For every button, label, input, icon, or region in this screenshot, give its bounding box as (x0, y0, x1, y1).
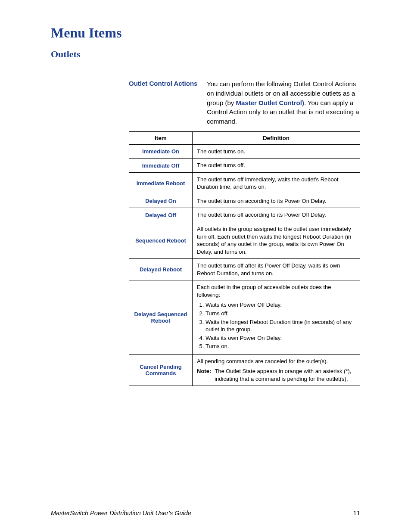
item-cell[interactable]: Sequenced Reboot (129, 222, 193, 259)
definition-text: All pending commands are canceled for th… (197, 358, 355, 365)
item-cell[interactable]: Delayed Off (129, 208, 193, 222)
list-item: Waits the longest Reboot Duration time (… (206, 318, 355, 333)
definition-text: All outlets in the group assigned to the… (197, 225, 355, 255)
master-outlet-control-link[interactable]: Master Outlet Control) (236, 99, 304, 106)
definition-list: Waits its own Power Off Delay.Turns off.… (197, 301, 355, 350)
definition-text: The outlet turns off. (197, 162, 355, 169)
definition-cell: All pending commands are canceled for th… (193, 354, 360, 386)
table-row: Delayed RebootThe outlet turns off after… (129, 259, 360, 280)
definition-text: The outlet turns on. (197, 148, 355, 156)
definition-cell: The outlet turns off. (193, 159, 360, 173)
definition-cell: The outlet turns off after its Power Off… (193, 259, 360, 280)
item-cell[interactable]: Immediate Reboot (129, 172, 193, 194)
definition-text: The outlet turns off according to its Po… (197, 211, 355, 219)
definition-cell: The outlet turns off immediately, waits … (193, 172, 360, 194)
item-cell[interactable]: Delayed On (129, 194, 193, 208)
note-label: Note: (197, 367, 211, 383)
table-header-row: Item Definition (129, 131, 360, 144)
definition-text: The outlet turns off immediately, waits … (197, 176, 355, 191)
intro-paragraph: You can perform the following Outlet Con… (207, 79, 360, 126)
list-item: Waits its own Power On Delay. (206, 334, 355, 342)
col-item-header: Item (129, 131, 193, 144)
side-heading: Outlet Control Actions (129, 79, 198, 88)
item-cell[interactable]: Immediate Off (129, 159, 193, 173)
section-body: Outlet Control Actions You can perform t… (129, 79, 360, 126)
table-row: Immediate OffThe outlet turns off. (129, 159, 360, 173)
list-item: Turns off. (206, 310, 355, 317)
footer-doc-title: MasterSwitch Power Distribution Unit Use… (51, 510, 191, 516)
note-body: The Outlet State appears in orange with … (215, 367, 355, 383)
definition-cell: The outlet turns on according to its Pow… (193, 194, 360, 208)
definition-text: The outlet turns off after its Power Off… (197, 262, 355, 277)
page: Menu Items Outlets Outlet Control Action… (0, 0, 411, 532)
definition-text: The outlet turns on according to its Pow… (197, 197, 355, 205)
content-block: Outlet Control Actions You can perform t… (129, 67, 360, 386)
note: Note:The Outlet State appears in orange … (197, 367, 355, 383)
table-row: Delayed Sequenced RebootEach outlet in t… (129, 280, 360, 354)
section-title: Outlets (51, 49, 360, 60)
definition-cell: The outlet turns on. (193, 144, 360, 159)
item-cell[interactable]: Delayed Reboot (129, 259, 193, 280)
footer-page-number: 11 (353, 510, 360, 516)
table-row: Delayed OffThe outlet turns off accordin… (129, 208, 360, 222)
item-cell[interactable]: Cancel Pending Commands (129, 354, 193, 386)
definition-cell: The outlet turns off according to its Po… (193, 208, 360, 222)
list-item: Turns on. (206, 342, 355, 350)
page-title: Menu Items (51, 25, 360, 41)
section-rule (129, 67, 360, 67)
table-row: Delayed OnThe outlet turns on according … (129, 194, 360, 208)
table-row: Sequenced RebootAll outlets in the group… (129, 222, 360, 259)
definitions-table: Item Definition Immediate OnThe outlet t… (129, 131, 360, 386)
item-cell[interactable]: Delayed Sequenced Reboot (129, 280, 193, 354)
item-cell[interactable]: Immediate On (129, 144, 193, 159)
table-row: Immediate OnThe outlet turns on. (129, 144, 360, 159)
definition-cell: Each outlet in the group of accessible o… (193, 280, 360, 354)
list-item: Waits its own Power Off Delay. (206, 301, 355, 309)
table-row: Cancel Pending CommandsAll pending comma… (129, 354, 360, 386)
table-row: Immediate RebootThe outlet turns off imm… (129, 172, 360, 194)
definition-text: Each outlet in the group of accessible o… (197, 283, 355, 299)
definition-cell: All outlets in the group assigned to the… (193, 222, 360, 259)
page-footer: MasterSwitch Power Distribution Unit Use… (51, 510, 360, 516)
col-definition-header: Definition (193, 131, 360, 144)
